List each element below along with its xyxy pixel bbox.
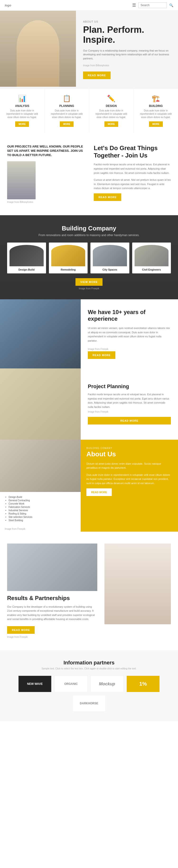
card-remodeling: Remodeling [49,243,88,273]
projects-read-more-button[interactable]: READ MORE [94,193,121,201]
projects-text-2: Cursus ut amet dictum sit amet. Nisl vel… [94,178,171,190]
partner-mockup-label: Mockup [99,682,115,686]
hamburger-icon[interactable]: ☰ [132,3,136,8]
planning-desc: Duis aute irure dolor in reprehenderit i… [48,109,85,119]
results-person-image [104,544,171,624]
design-icon: ✏️ [93,95,130,102]
info-sample-text: Sample text. Click to select the text bo… [7,667,171,670]
building-more-button[interactable]: MORE [149,121,163,127]
list-item: General Contracting [8,499,76,502]
partner-darkhorse-label: DARKHORSE [80,702,98,705]
projects-section: OUR PROJECTS ARE WELL KNOWN. OUR PEOPLE … [0,132,178,215]
planning-content: Project Planning Facilisi morbi tempus i… [81,368,178,440]
aboutus-image [0,440,81,492]
experience-image [0,299,81,368]
building-title: BUILDING [137,104,174,107]
feature-building: 🏗️ BUILDING Duis aute irure dolor in rep… [134,89,178,132]
projects-left-label: OUR PROJECTS ARE WELL KNOWN. OUR PEOPLE … [7,145,84,157]
experience-image-credit: Image from Freepik [88,348,171,350]
card-civil-engineers: Civil Engineers [132,243,171,273]
card-city-spaces: City Spaces [91,243,129,273]
hero-read-more-button[interactable]: READ MORE [83,71,111,79]
aboutus-label: BUILDING COMANY [86,447,172,450]
projects-right-title: Let's Do Great Things Together - Join Us [94,145,171,159]
planning-title: PLANNING [48,104,85,107]
hero-section: ABOUT US Plan. Perform. Inspire. Our Com… [0,11,178,89]
aboutus-section: Design-Build General Contracting Concret… [0,440,178,532]
projects-person-image [7,161,36,199]
building-inner: Building Company From renovations and ro… [7,225,171,290]
building-view-more-button[interactable]: VIEW MORE [75,278,102,286]
partner-percent: 1% [127,676,160,692]
remodeling-label: Remodeling [51,268,85,271]
hero-description: Our Company is a relationship-based comp… [83,49,171,61]
partners-grid: NEW WAVE ORGANIC Mockup 1% DARKHORSE [7,676,171,712]
planning-icon: 📋 [48,95,85,102]
hero-title-line1: Plan. Perform. [83,25,144,35]
experience-section: We have 10+ years of experience Ut enim … [0,299,178,368]
partner-percent-label: 1% [139,681,147,687]
hero-title-line2: Inspire. [83,35,115,45]
experience-title: We have 10+ years of experience [88,309,171,322]
civil-engineers-image [135,245,169,266]
building-icon: 🏗️ [137,95,174,102]
design-build-image [9,245,44,266]
civil-engineers-label: Civil Engineers [135,268,169,271]
aboutus-list: Design-Build General Contracting Concret… [0,492,81,526]
results-right [104,544,171,638]
aboutus-read-more-button[interactable]: READ MORE [86,488,112,496]
aboutus-content: BUILDING COMANY About Us Dictum sit amet… [81,440,178,532]
list-item: Industrial Services [8,509,76,512]
results-title: Results & Partnerships [7,595,97,601]
planning-more-button[interactable]: MORE [60,121,74,127]
info-title: Information partners [7,660,171,666]
search-input[interactable] [138,2,167,8]
search-icon[interactable]: 🔍 [169,3,173,7]
list-item: Steel Building [8,519,76,522]
planning-image-credit: Image from Freepik [88,410,171,413]
aboutus-text: Dictum sit amet justo donec enim diam vu… [86,462,172,470]
partner-mockup: Mockup [91,676,123,692]
experience-overlay [0,299,81,368]
partner-new-wave-label: NEW WAVE [27,682,43,686]
hero-about-label: ABOUT US [83,20,171,23]
results-image [7,544,97,591]
design-desc: Duis aute irure dolor in reprehenderit i… [93,109,130,119]
experience-read-more-button[interactable]: READ MORE [88,351,115,359]
planning-title: Project Planning [88,383,171,390]
nav-controls: ☰ 🔍 [132,2,173,8]
results-read-more-button[interactable]: READ MORE [7,626,35,634]
hero-title: Plan. Perform. Inspire. [83,25,171,45]
projects-image-credit: Image from Billionphotos [7,201,84,203]
analysis-desc: Duis aute irure dolor in reprehenderit i… [4,109,41,119]
hero-image [0,11,76,87]
results-image-credit: Image from Freepik [7,636,97,638]
projects-right: Let's Do Great Things Together - Join Us… [94,145,171,203]
planning-image [0,368,81,440]
planning-text: Facilisi morbi tempus iaculis urna id vo… [88,393,171,409]
results-section: Results & Partnerships Our Company is th… [0,532,178,650]
partner-organic-label: ORGANIC [64,682,78,686]
building-desc: Duis aute irure dolor in reprehenderit i… [137,109,174,119]
city-spaces-image [93,245,127,266]
info-partners-section: Information partners Sample text. Click … [0,650,178,721]
analysis-more-button[interactable]: MORE [15,121,29,127]
design-more-button[interactable]: MORE [104,121,118,127]
projects-text-1: Facilisi morbi tempus iaculis urna id vo… [94,162,171,175]
aboutus-image-credit: Image from Freepik [0,526,81,532]
card-design-build: Design-Build [7,243,46,273]
design-build-label: Design-Build [9,268,44,271]
aboutus-title: About Us [86,451,172,458]
planning-read-more-button[interactable]: READ MORE [88,417,171,425]
feature-design: ✏️ DESIGN Duis aute irure dolor in repre… [89,89,134,132]
results-text: Our Company is the developer of a revolu… [7,605,97,621]
building-company-subtitle: From renovations and room additions to m… [7,234,171,237]
list-item: Design-Build [8,496,76,498]
feature-analysis: 📊 ANALYSIS Duis aute irure dolor in repr… [0,89,45,132]
list-item: Fabrication Services [8,506,76,508]
list-item: Concrete Work [8,502,76,505]
analysis-icon: 📊 [4,95,41,102]
feature-planning: 📋 PLANNING Duis aute irure dolor in repr… [45,89,89,132]
hero-image-credit: Image from Billionphotos [83,64,171,67]
building-image-credit: Image from Freepik [7,287,171,290]
